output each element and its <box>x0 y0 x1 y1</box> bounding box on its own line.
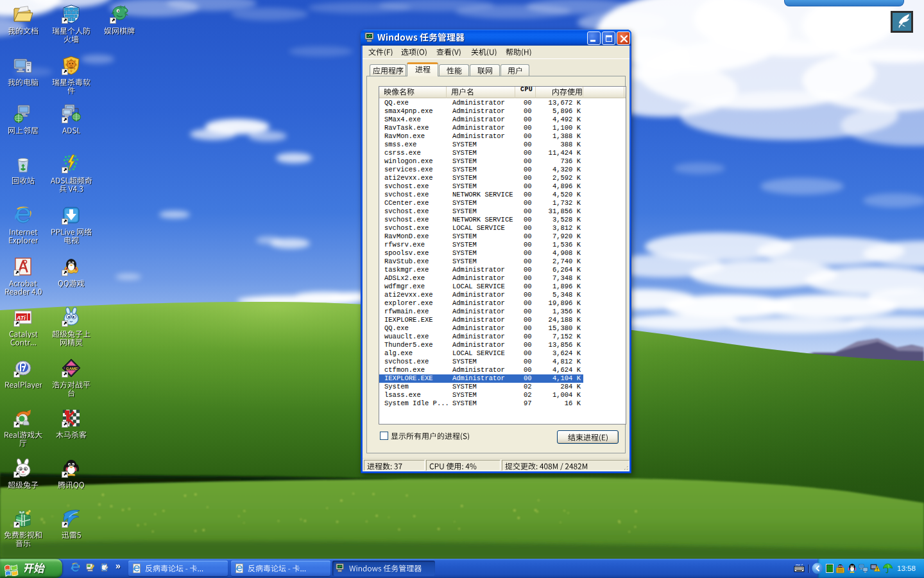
svg-text:ATi: ATi <box>16 315 26 321</box>
svg-text:GAME: GAME <box>66 367 78 371</box>
